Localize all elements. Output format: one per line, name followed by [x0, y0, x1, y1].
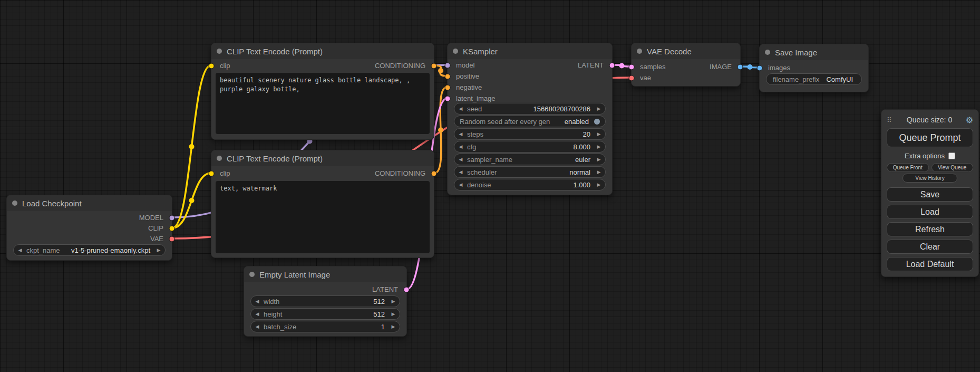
denoise-widget[interactable]: denoise 1.000 [454, 179, 606, 190]
input-label-vae: vae [640, 73, 651, 83]
next-value-icon[interactable] [593, 167, 605, 177]
next-value-icon[interactable] [152, 245, 165, 255]
decrement-icon[interactable] [251, 296, 264, 307]
prev-value-icon[interactable] [14, 245, 26, 255]
clear-button[interactable]: Clear [887, 240, 973, 254]
refresh-button[interactable]: Refresh [887, 222, 973, 236]
queue-front-button[interactable]: Queue Front [887, 163, 929, 172]
node-load-checkpoint-titlebar[interactable]: Load Checkpoint [7, 195, 172, 211]
decrement-icon[interactable] [454, 179, 467, 190]
node-ksampler-titlebar[interactable]: KSampler [448, 43, 612, 59]
load-default-button[interactable]: Load Default [887, 257, 973, 271]
node-vae-decode[interactable]: VAE Decode samples vae IMAGE [631, 43, 741, 87]
scheduler-widget[interactable]: scheduler normal [454, 166, 606, 178]
steps-widget[interactable]: steps 20 [454, 128, 606, 140]
increment-icon[interactable] [387, 321, 400, 332]
increment-icon[interactable] [593, 141, 605, 152]
increment-icon[interactable] [593, 129, 605, 139]
negative-input-port[interactable] [445, 85, 451, 91]
settings-gear-icon[interactable] [964, 115, 973, 125]
widget-name: cfg [467, 143, 476, 151]
widget-value: 1.000 [491, 181, 593, 189]
load-button[interactable]: Load [887, 205, 973, 219]
prev-value-icon[interactable] [454, 154, 467, 165]
decrement-icon[interactable] [454, 129, 467, 139]
height-widget[interactable]: height 512 [250, 308, 400, 320]
node-empty-latent-titlebar[interactable]: Empty Latent Image [244, 266, 406, 282]
width-widget[interactable]: width 512 [250, 295, 400, 307]
image-output-port[interactable] [738, 64, 743, 70]
vae-output-port[interactable] [169, 236, 175, 242]
node-empty-latent-image[interactable]: Empty Latent Image LATENT width 512 heig… [244, 266, 407, 337]
node-save-image[interactable]: Save Image images filename_prefix ComfyU… [759, 44, 869, 92]
collapse-dot-icon[interactable] [249, 272, 255, 277]
node-title: CLIP Text Encode (Prompt) [227, 154, 323, 163]
latent-output-port[interactable] [404, 287, 410, 293]
positive-input-port[interactable] [445, 74, 451, 80]
collapse-dot-icon[interactable] [217, 49, 222, 54]
node-title: Empty Latent Image [259, 270, 330, 279]
cfg-widget[interactable]: cfg 8.000 [454, 141, 606, 152]
increment-icon[interactable] [593, 103, 605, 114]
negative-prompt-textarea[interactable]: text, watermark [216, 181, 430, 253]
node-clip-text-encode-positive[interactable]: CLIP Text Encode (Prompt) clip CONDITION… [211, 43, 434, 140]
widget-name: filename_prefix [773, 75, 819, 83]
model-input-port[interactable] [445, 63, 451, 69]
model-output-port[interactable] [169, 215, 175, 221]
collapse-dot-icon[interactable] [637, 49, 642, 54]
conditioning-output-port[interactable] [431, 171, 437, 177]
decrement-icon[interactable] [251, 309, 264, 319]
latent-output-port[interactable] [609, 63, 615, 69]
ckpt-name-widget[interactable]: ckpt_name v1-5-pruned-emaonly.ckpt [13, 244, 166, 256]
prev-value-icon[interactable] [454, 167, 467, 177]
comfy-menu-panel[interactable]: Queue size: 0 Queue Prompt Extra options… [881, 109, 979, 277]
decrement-icon[interactable] [454, 141, 467, 152]
node-load-checkpoint[interactable]: Load Checkpoint MODEL CLIP VAE ckpt_name… [6, 195, 172, 261]
conditioning-output-port[interactable] [431, 63, 437, 69]
random-seed-toggle-widget[interactable]: Random seed after every gen enabled [454, 116, 606, 127]
images-input-port[interactable] [757, 65, 763, 71]
view-history-button[interactable]: View History [903, 174, 957, 183]
widget-value: 512 [282, 310, 387, 318]
node-vae-decode-titlebar[interactable]: VAE Decode [632, 43, 740, 59]
decrement-icon[interactable] [454, 103, 467, 114]
latent-image-input-port[interactable] [445, 96, 451, 102]
graph-canvas[interactable]: Load Checkpoint MODEL CLIP VAE ckpt_name… [0, 0, 980, 372]
node-clip-positive-titlebar[interactable]: CLIP Text Encode (Prompt) [211, 43, 434, 59]
widget-name: batch_size [264, 323, 296, 331]
clip-output-port[interactable] [169, 226, 175, 232]
next-value-icon[interactable] [593, 154, 605, 165]
collapse-dot-icon[interactable] [453, 49, 458, 54]
queue-prompt-button[interactable]: Queue Prompt [887, 128, 973, 147]
widget-value: 156680208700286 [482, 105, 593, 113]
widget-value: normal [497, 168, 593, 176]
filename-prefix-widget[interactable]: filename_prefix ComfyUI [766, 73, 862, 85]
extra-options-checkbox[interactable] [948, 152, 955, 159]
vae-input-port[interactable] [629, 75, 635, 81]
increment-icon[interactable] [387, 309, 400, 319]
collapse-dot-icon[interactable] [217, 156, 222, 161]
node-title: Save Image [775, 48, 817, 57]
increment-icon[interactable] [387, 296, 400, 307]
toggle-on-icon[interactable] [594, 119, 600, 125]
seed-widget[interactable]: seed 156680208700286 [454, 103, 606, 115]
increment-icon[interactable] [593, 179, 605, 190]
collapse-dot-icon[interactable] [765, 50, 770, 55]
clip-input-port[interactable] [209, 63, 215, 69]
save-button[interactable]: Save [887, 187, 973, 202]
positive-prompt-textarea[interactable]: beautiful scenery nature glass bottle la… [216, 73, 430, 134]
node-ksampler[interactable]: KSampler model positive negative latent_… [447, 43, 613, 195]
sampler-name-widget[interactable]: sampler_name euler [454, 154, 606, 165]
clip-input-port[interactable] [209, 171, 215, 177]
collapse-dot-icon[interactable] [12, 201, 17, 206]
drag-handle-icon[interactable] [887, 116, 895, 124]
widget-value: 20 [483, 130, 593, 138]
widget-value: 8.000 [476, 143, 593, 151]
batch-size-widget[interactable]: batch_size 1 [250, 321, 400, 332]
node-clip-text-encode-negative[interactable]: CLIP Text Encode (Prompt) clip CONDITION… [211, 150, 434, 258]
decrement-icon[interactable] [251, 321, 264, 332]
view-queue-button[interactable]: View Queue [932, 163, 974, 172]
node-clip-negative-titlebar[interactable]: CLIP Text Encode (Prompt) [211, 150, 434, 166]
samples-input-port[interactable] [629, 64, 635, 70]
node-save-image-titlebar[interactable]: Save Image [760, 44, 868, 60]
